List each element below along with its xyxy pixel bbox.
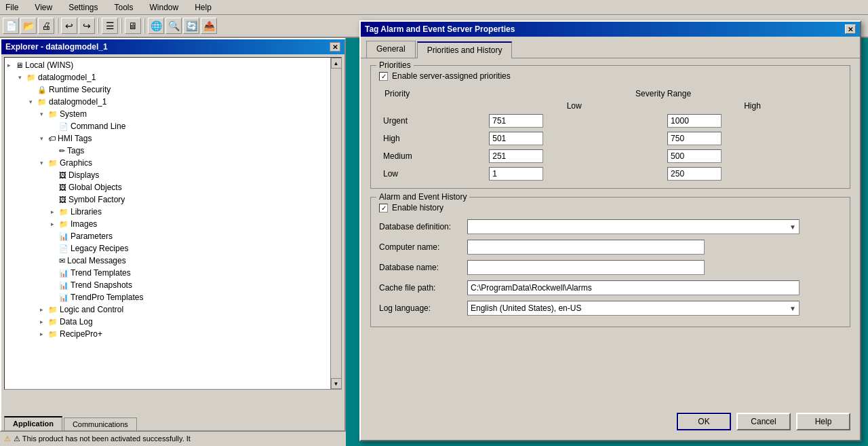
enable-history-checkbox[interactable]: ✓ xyxy=(379,204,388,212)
export-button[interactable]: 📤 xyxy=(201,18,217,34)
priority-medium-label: Medium xyxy=(379,147,485,165)
tree-item-legacy-recipes[interactable]: 📄 Legacy Recipes xyxy=(5,242,330,255)
menu-help[interactable]: Help xyxy=(192,2,214,13)
monitor-button[interactable]: 🖥 xyxy=(125,18,141,34)
computer-name-input[interactable] xyxy=(467,240,705,255)
ok-button[interactable]: OK xyxy=(677,413,731,430)
open-button[interactable]: 📂 xyxy=(20,18,37,34)
priorities-table: Priority Severity Range Low High Urgent xyxy=(379,88,842,183)
explorer-close-button[interactable]: ✕ xyxy=(330,42,340,52)
tree-item-displays[interactable]: 🖼 Displays xyxy=(5,169,330,181)
table-row: Urgent xyxy=(379,112,842,130)
log-language-dropdown[interactable]: English (United States), en-US ▼ xyxy=(467,301,800,316)
dialog-tab-general[interactable]: General xyxy=(366,41,416,58)
tree-item-datalogmodel1[interactable]: ▾ 📁 datalogmodel_1 xyxy=(5,71,330,83)
status-warning-icon: ⚠ xyxy=(4,434,11,443)
toggle-local: ▸ xyxy=(7,62,14,69)
tree-item-system[interactable]: ▾ 📁 System xyxy=(5,108,330,120)
toolbar-separator-2 xyxy=(98,18,99,33)
local-messages-icon: ✉ xyxy=(59,257,65,265)
database-name-input[interactable] xyxy=(467,260,705,275)
toolbar-separator-1 xyxy=(57,18,58,33)
log-language-value: English (United States), en-US xyxy=(471,303,581,313)
priority-urgent-low-input[interactable] xyxy=(489,114,543,128)
menu-window[interactable]: Window xyxy=(147,2,182,13)
tree-item-runtime-security[interactable]: 🔒 Runtime Security xyxy=(5,83,330,96)
priority-high-low-cell xyxy=(485,130,663,147)
scroll-track[interactable] xyxy=(331,69,341,378)
print-button[interactable]: 🖨 xyxy=(38,18,54,34)
tree-item-command-line[interactable]: 📄 Command Line xyxy=(5,120,330,132)
priority-medium-high-input[interactable] xyxy=(667,149,722,163)
tree-item-trendpro-templates[interactable]: 📊 TrendPro Templates xyxy=(5,291,330,303)
toggle-system: ▾ xyxy=(40,111,47,117)
toggle-global-objects xyxy=(51,184,58,191)
scroll-up-arrow[interactable]: ▲ xyxy=(331,58,342,69)
undo-button[interactable]: ↩ xyxy=(61,18,77,34)
priority-low-high-cell xyxy=(663,165,842,183)
priority-high-high-input[interactable] xyxy=(667,132,722,145)
tree-label-data-log: Data Log xyxy=(60,317,93,327)
tree-item-recipepro[interactable]: ▸ 📁 RecipePro+ xyxy=(5,328,330,340)
command-line-icon: 📄 xyxy=(59,122,68,131)
tree-item-logic-control[interactable]: ▸ 📁 Logic and Control xyxy=(5,303,330,316)
tree-label-symbol-factory: Symbol Factory xyxy=(68,195,125,204)
priorities-section: Priorities ✓ Enable server-assigned prio… xyxy=(370,65,850,189)
tab-communications[interactable]: Communications xyxy=(64,417,137,430)
trend-templates-icon: 📊 xyxy=(59,269,68,278)
cache-file-input[interactable] xyxy=(467,280,800,295)
tree-label-parameters: Parameters xyxy=(71,231,113,241)
tree-item-hmi-tags[interactable]: ▾ 🏷 HMI Tags xyxy=(5,132,330,145)
new-button[interactable]: 📄 xyxy=(3,18,19,34)
enable-priorities-checkbox[interactable]: ✓ xyxy=(379,72,388,81)
tab-application[interactable]: Application xyxy=(4,416,62,430)
tree-label-images: Images xyxy=(71,219,97,229)
tree-item-datalogmodel1-sub[interactable]: ▾ 📁 datalogmodel_1 xyxy=(5,96,330,108)
find-button[interactable]: 🔍 xyxy=(165,18,182,34)
menu-tools[interactable]: Tools xyxy=(112,2,136,13)
trendpro-templates-icon: 📊 xyxy=(59,293,68,302)
priority-high-low-input[interactable] xyxy=(489,132,543,145)
priority-urgent-high-input[interactable] xyxy=(667,114,722,128)
tree-label-datalogmodel1: datalogmodel_1 xyxy=(38,73,96,82)
db-definition-dropdown[interactable]: ▼ xyxy=(467,219,800,234)
tree-item-tags[interactable]: ✏ Tags xyxy=(5,145,330,157)
tree-item-graphics[interactable]: ▾ 📁 Graphics xyxy=(5,157,330,169)
priority-medium-low-input[interactable] xyxy=(489,149,543,163)
refresh-button[interactable]: 🔄 xyxy=(183,18,199,34)
toolbar-separator-4 xyxy=(144,18,145,33)
tree-item-images[interactable]: ▸ 📁 Images xyxy=(5,218,330,230)
toolbar-separator-3 xyxy=(121,18,122,33)
tree-item-local-messages[interactable]: ✉ Local Messages xyxy=(5,255,330,267)
tree-item-local[interactable]: ▸ 🖥 Local (WINS) xyxy=(5,59,330,71)
globe-button[interactable]: 🌐 xyxy=(148,18,164,34)
computer-name-row: Computer name: xyxy=(379,240,842,255)
db-definition-arrow-icon: ▼ xyxy=(789,223,796,231)
cancel-button[interactable]: Cancel xyxy=(736,413,791,430)
dialog-close-button[interactable]: ✕ xyxy=(845,24,856,34)
priority-low-low-input[interactable] xyxy=(489,167,543,181)
tree-item-data-log[interactable]: ▸ 📁 Data Log xyxy=(5,316,330,328)
enable-history-label: Enable history xyxy=(392,203,443,212)
tree-item-trend-snapshots[interactable]: 📊 Trend Snapshots xyxy=(5,279,330,291)
toggle-symbol-factory xyxy=(51,196,58,203)
tree-label-logic-control: Logic and Control xyxy=(60,305,123,314)
priority-low-high-input[interactable] xyxy=(667,167,722,181)
tree-item-symbol-factory[interactable]: 🖼 Symbol Factory xyxy=(5,193,330,206)
tree-item-global-objects[interactable]: 🖼 Global Objects xyxy=(5,181,330,193)
menu-view[interactable]: View xyxy=(32,2,55,13)
menu-settings[interactable]: Settings xyxy=(66,2,100,13)
tree-label-trend-snapshots: Trend Snapshots xyxy=(71,280,132,290)
tree-item-libraries[interactable]: ▸ 📁 Libraries xyxy=(5,206,330,218)
tree-scrollbar[interactable]: ▲ ▼ xyxy=(330,58,341,389)
list-button[interactable]: ☰ xyxy=(102,18,118,34)
menu-file[interactable]: File xyxy=(3,2,21,13)
redo-button[interactable]: ↪ xyxy=(79,18,95,34)
tree-content: ▸ 🖥 Local (WINS) ▾ 📁 datalogmodel_1 🔒 Ru… xyxy=(5,58,330,341)
dialog-tab-priorities-history[interactable]: Priorities and History xyxy=(417,41,513,58)
tree-item-trend-templates[interactable]: 📊 Trend Templates xyxy=(5,267,330,279)
scroll-down-arrow[interactable]: ▼ xyxy=(331,378,342,389)
tree-item-parameters[interactable]: 📊 Parameters xyxy=(5,230,330,242)
log-language-row: Log language: English (United States), e… xyxy=(379,301,842,316)
help-button[interactable]: Help xyxy=(796,413,850,430)
